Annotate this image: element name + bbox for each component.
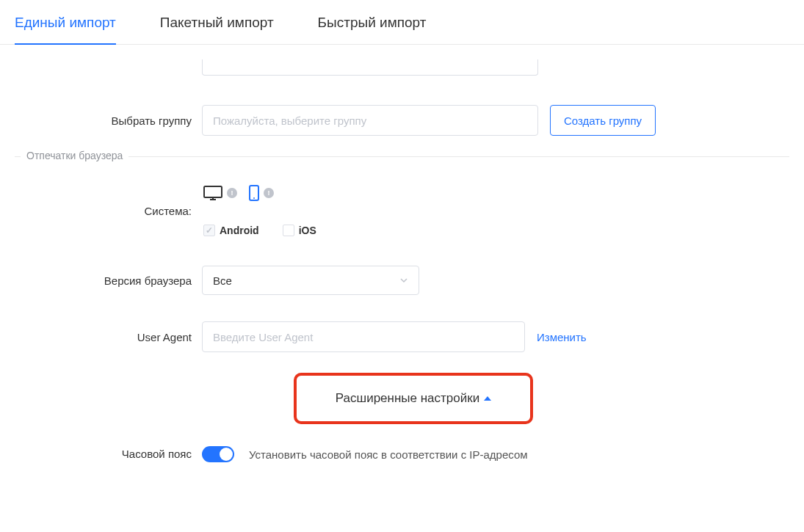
check-icon: ✓ (206, 226, 213, 235)
timezone-label: Часовой пояс (15, 446, 202, 460)
android-label: Android (220, 225, 259, 236)
fingerprints-legend: Отпечатки браузера (21, 150, 128, 161)
previous-field-edge (202, 59, 538, 76)
desktop-option[interactable]: ! (203, 186, 237, 200)
tab-batch-import[interactable]: Пакетный импорт (160, 15, 274, 44)
system-label: Система: (15, 205, 202, 217)
ios-checkbox[interactable] (283, 225, 294, 236)
ios-checkbox-item[interactable]: iOS (283, 225, 316, 236)
timezone-toggle[interactable] (202, 446, 234, 462)
tab-quick-import[interactable]: Быстрый импорт (318, 15, 427, 44)
android-checkbox-item[interactable]: ✓ Android (203, 225, 259, 236)
toggle-knob (220, 448, 233, 461)
mobile-option[interactable]: ! (249, 185, 274, 201)
user-agent-input[interactable] (202, 321, 525, 352)
change-user-agent-link[interactable]: Изменить (537, 331, 587, 343)
desktop-icon (203, 186, 222, 200)
browser-version-value: Все (213, 274, 232, 287)
timezone-description: Установить часовой пояс в соответствии с… (249, 446, 528, 464)
group-select-input[interactable] (202, 105, 538, 136)
advanced-settings-toggle[interactable]: Расширенные настройки (294, 373, 533, 424)
tabs-bar: Единый импорт Пакетный импорт Быстрый им… (0, 0, 804, 45)
caret-up-icon (484, 396, 491, 401)
browser-version-label: Версия браузера (15, 274, 202, 287)
create-group-button[interactable]: Создать группу (550, 105, 656, 136)
ios-label: iOS (299, 225, 316, 236)
svg-rect-0 (204, 186, 222, 197)
partial-input-bottom (15, 59, 789, 76)
info-icon: ! (264, 188, 274, 198)
svg-point-4 (253, 197, 255, 199)
user-agent-label: User Agent (15, 331, 202, 343)
browser-version-select[interactable]: Все (202, 266, 419, 295)
info-icon: ! (227, 188, 237, 198)
tab-single-import[interactable]: Единый импорт (15, 15, 116, 44)
group-label: Выбрать группу (15, 114, 202, 127)
fingerprints-fieldset: Отпечатки браузера Система: ! (15, 156, 789, 464)
mobile-icon (249, 185, 259, 201)
chevron-down-icon (399, 274, 408, 287)
android-checkbox[interactable]: ✓ (203, 225, 215, 236)
advanced-settings-label: Расширенные настройки (336, 391, 479, 406)
